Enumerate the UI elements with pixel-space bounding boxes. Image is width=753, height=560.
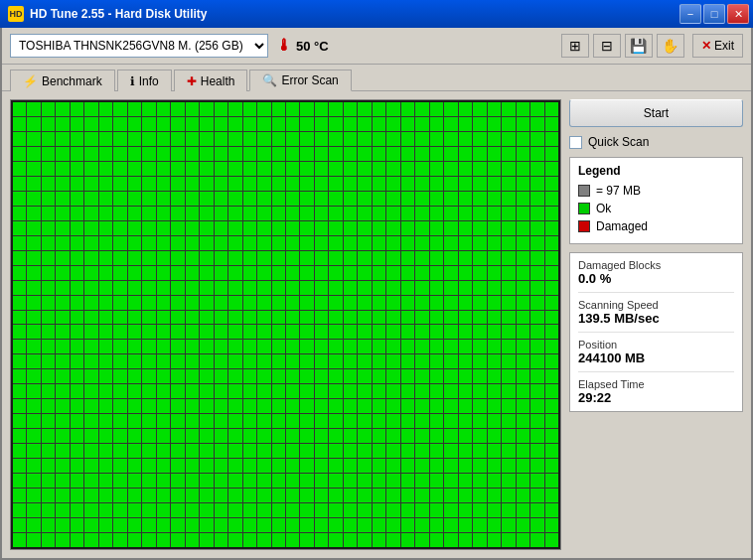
grid-cell xyxy=(42,311,55,325)
grid-cell xyxy=(430,369,443,383)
grid-cell xyxy=(517,162,529,176)
grid-cell xyxy=(215,236,227,250)
maximize-button[interactable]: □ xyxy=(703,4,725,24)
grid-cell xyxy=(517,384,529,398)
tab-error-scan[interactable]: 🔍 Error Scan xyxy=(249,70,351,91)
grid-cell xyxy=(329,518,342,532)
grid-cell xyxy=(186,325,199,339)
grid-cell xyxy=(113,384,126,398)
grid-cell xyxy=(473,311,486,325)
grid-cell xyxy=(142,533,155,547)
grid-cell xyxy=(142,459,155,473)
grid-cell xyxy=(215,266,227,280)
grid-cell xyxy=(415,102,428,116)
grid-cell xyxy=(186,251,199,265)
tab-info-label: Info xyxy=(139,74,159,88)
grid-cell xyxy=(444,221,457,235)
grid-cell xyxy=(545,414,558,428)
grid-cell xyxy=(272,311,285,325)
grid-cell xyxy=(373,281,385,295)
grid-cell xyxy=(415,236,428,250)
grid-cell xyxy=(502,459,515,473)
disk-selector[interactable]: TOSHIBA THNSNK256GVN8 M. (256 GB) xyxy=(10,34,268,58)
grid-cell xyxy=(530,474,543,488)
grid-cell xyxy=(200,266,213,280)
grid-cell xyxy=(358,296,371,310)
tab-health[interactable]: ✚ Health xyxy=(174,70,248,91)
tab-error-scan-label: Error Scan xyxy=(281,73,338,87)
grid-cell xyxy=(257,399,270,413)
grid-cell xyxy=(517,340,529,353)
grid-cell xyxy=(517,102,529,116)
grid-cell xyxy=(473,414,486,428)
copy-icon-btn[interactable]: ⊞ xyxy=(561,34,589,58)
grid-cell xyxy=(286,177,299,191)
grid-cell xyxy=(502,429,515,443)
grid-cell xyxy=(243,533,256,547)
grid-cell xyxy=(142,102,155,116)
grid-cell xyxy=(157,162,170,176)
grid-cell xyxy=(42,325,55,339)
grid-cell xyxy=(459,459,472,473)
grid-cell xyxy=(243,296,256,310)
grid-cell xyxy=(373,311,385,325)
grid-cell xyxy=(430,162,443,176)
grid-cell xyxy=(315,147,328,161)
grid-cell xyxy=(228,221,241,235)
grid-cell xyxy=(71,236,83,250)
grid-cell xyxy=(42,147,55,161)
grid-cell xyxy=(27,518,40,532)
grid-cell xyxy=(257,221,270,235)
grid-cell xyxy=(99,221,112,235)
grid-cell xyxy=(488,340,501,353)
grid-cell xyxy=(502,340,515,353)
tab-benchmark[interactable]: ⚡ Benchmark xyxy=(10,70,115,91)
grid-cell xyxy=(315,429,328,443)
close-button[interactable]: ✕ xyxy=(727,4,749,24)
grid-cell xyxy=(401,236,414,250)
start-button[interactable]: Start xyxy=(569,99,743,127)
grid-cell xyxy=(71,192,83,206)
grid-cell xyxy=(358,459,371,473)
grid-cell xyxy=(42,251,55,265)
quick-scan-checkbox[interactable] xyxy=(569,136,582,149)
grid-cell xyxy=(42,236,55,250)
scan-grid-container xyxy=(10,99,561,550)
grid-cell xyxy=(200,177,213,191)
grid-cell xyxy=(300,325,313,339)
grid-cell xyxy=(215,147,227,161)
grid-cell xyxy=(56,207,69,220)
help-icon-btn[interactable]: ✋ xyxy=(657,34,684,58)
grid-cell xyxy=(373,384,385,398)
grid-cell xyxy=(13,192,26,206)
save-icon-btn[interactable]: 💾 xyxy=(625,34,653,58)
grid-cell xyxy=(315,221,328,235)
grid-cell xyxy=(13,311,26,325)
grid-cell xyxy=(517,236,529,250)
tab-info[interactable]: ℹ Info xyxy=(117,70,172,91)
grid-cell xyxy=(215,354,227,368)
grid-cell xyxy=(459,489,472,502)
grid-cell xyxy=(344,518,357,532)
compare-icon-btn[interactable]: ⊟ xyxy=(593,34,621,58)
grid-cell xyxy=(329,340,342,353)
grid-cell xyxy=(502,384,515,398)
grid-cell xyxy=(386,533,399,547)
grid-cell xyxy=(430,132,443,146)
grid-cell xyxy=(157,503,170,517)
grid-cell xyxy=(157,296,170,310)
grid-cell xyxy=(113,414,126,428)
exit-button[interactable]: ✕ Exit xyxy=(692,34,743,58)
grid-cell xyxy=(386,340,399,353)
grid-cell xyxy=(358,489,371,502)
minimize-button[interactable]: − xyxy=(679,4,701,24)
grid-cell xyxy=(329,354,342,368)
grid-cell xyxy=(502,354,515,368)
grid-cell xyxy=(257,296,270,310)
grid-cell xyxy=(42,207,55,220)
grid-cell xyxy=(386,311,399,325)
grid-cell xyxy=(473,354,486,368)
grid-cell xyxy=(113,311,126,325)
grid-cell xyxy=(401,459,414,473)
grid-cell xyxy=(71,459,83,473)
